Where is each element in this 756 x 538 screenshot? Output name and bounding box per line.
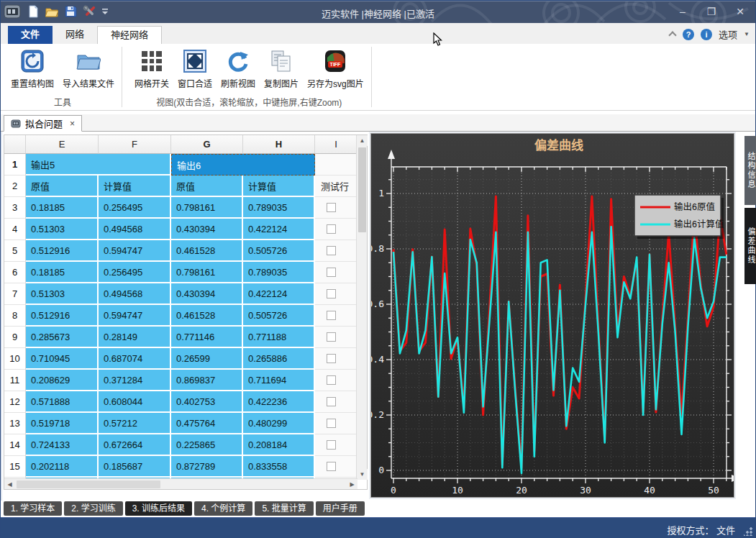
new-document-icon[interactable] — [27, 5, 40, 21]
document-tab[interactable]: 拟合问题 × — [4, 115, 82, 132]
scroll-up-icon[interactable]: ▲ — [357, 135, 368, 146]
data-cell[interactable]: 0.505726 — [243, 305, 315, 327]
row-number[interactable]: 10 — [4, 348, 26, 370]
data-cell[interactable]: 0.687074 — [99, 348, 171, 370]
ribbon-button-grid-toggle[interactable]: 网格开关 — [130, 47, 173, 91]
scroll-down-icon[interactable]: ▼ — [357, 469, 368, 480]
test-row-checkbox[interactable] — [327, 419, 336, 428]
close-button[interactable]: ✕ — [729, 4, 751, 19]
corner-header[interactable] — [4, 135, 26, 154]
test-row-header[interactable]: 测试行 — [315, 175, 357, 197]
row-number[interactable]: 6 — [4, 262, 26, 283]
data-cell[interactable]: 0.872789 — [171, 456, 243, 478]
ribbon-button-refresh-view[interactable]: 刷新视图 — [217, 47, 260, 91]
test-row-checkbox[interactable] — [327, 354, 336, 363]
vertical-scroll-thumb[interactable] — [358, 147, 366, 232]
data-cell[interactable]: 0.51303 — [26, 219, 99, 240]
data-cell[interactable]: 0.208184 — [243, 434, 315, 456]
test-row-checkbox[interactable] — [327, 311, 336, 320]
data-cell[interactable]: 0.461528 — [171, 240, 243, 262]
row-number[interactable]: 15 — [4, 456, 26, 478]
data-cell[interactable]: 0.505726 — [243, 240, 315, 262]
row-number[interactable]: 12 — [4, 391, 26, 413]
options-button[interactable]: 选项 — [719, 27, 737, 41]
bottom-tab-2[interactable]: 2. 学习训练 — [64, 501, 122, 516]
ribbon-button-fit-window[interactable]: 窗口合适 — [173, 47, 217, 91]
bottom-tab-3[interactable]: 3. 训练后结果 — [125, 501, 192, 516]
subheader-cell[interactable]: 计算值 — [243, 175, 315, 197]
data-cell[interactable]: 0.798161 — [171, 262, 243, 283]
scroll-right-icon[interactable]: ▶ — [347, 479, 357, 490]
close-document-icon[interactable]: × — [70, 119, 75, 129]
empty-cell[interactable] — [315, 154, 357, 175]
row-number[interactable]: 7 — [4, 283, 26, 305]
data-cell[interactable]: 0.402753 — [171, 391, 243, 413]
subheader-cell[interactable]: 原值 — [171, 175, 243, 197]
data-cell[interactable]: 0.26599 — [171, 348, 243, 370]
test-row-checkbox[interactable] — [327, 246, 336, 255]
collapse-ribbon-icon[interactable] — [669, 32, 676, 37]
subheader-cell[interactable]: 原值 — [26, 175, 99, 197]
data-cell[interactable]: 0.422236 — [243, 391, 315, 413]
column-header-F[interactable]: F — [99, 135, 171, 154]
ribbon-button-copy-image[interactable]: 复制图片 — [260, 47, 303, 91]
resize-grip[interactable] — [744, 527, 752, 536]
column-header-E[interactable]: E — [26, 135, 99, 154]
data-cell[interactable]: 0.724133 — [26, 434, 99, 456]
row-number[interactable]: 4 — [4, 219, 26, 240]
data-cell[interactable]: 0.494568 — [99, 283, 171, 305]
data-cell[interactable]: 0.265886 — [243, 348, 315, 370]
row-number[interactable]: 2 — [4, 175, 26, 197]
test-row-checkbox[interactable] — [327, 224, 336, 234]
scroll-left-icon[interactable]: ◀ — [4, 479, 15, 490]
data-cell[interactable]: 0.256495 — [99, 197, 171, 219]
data-cell[interactable]: 0.430394 — [171, 219, 243, 240]
data-cell[interactable]: 0.28149 — [99, 327, 171, 348]
data-cell[interactable]: 0.494568 — [99, 219, 171, 240]
bottom-tab-6[interactable]: 用户手册 — [316, 501, 365, 516]
help-icon[interactable]: ? — [683, 29, 694, 40]
data-cell[interactable]: 0.771188 — [243, 327, 315, 348]
data-cell[interactable]: 0.571888 — [26, 391, 99, 413]
data-cell[interactable]: 0.225865 — [171, 434, 243, 456]
ribbon-button-import-file[interactable]: 导入结果文件 — [58, 47, 119, 91]
column-header-I[interactable]: I — [315, 135, 357, 154]
row-number[interactable]: 5 — [4, 240, 26, 262]
test-row-checkbox[interactable] — [327, 332, 336, 342]
info-icon[interactable]: i — [701, 29, 712, 40]
ribbon-button-save-svg[interactable]: TIFF另存为svg图片 — [303, 47, 368, 91]
data-cell[interactable]: 0.461528 — [171, 305, 243, 327]
ribbon-tab-1[interactable]: 网络 — [53, 26, 97, 44]
data-cell[interactable]: 0.256495 — [99, 262, 171, 283]
test-row-checkbox[interactable] — [327, 268, 336, 277]
subheader-cell[interactable]: 计算值 — [99, 175, 171, 197]
data-cell[interactable]: 0.789035 — [243, 262, 315, 283]
data-cell[interactable]: 0.475764 — [171, 413, 243, 434]
data-cell[interactable]: 0.480299 — [243, 413, 315, 434]
test-row-checkbox[interactable] — [327, 462, 336, 471]
data-cell[interactable]: 0.202118 — [26, 456, 99, 478]
data-cell[interactable]: 0.869837 — [171, 370, 243, 391]
data-cell[interactable]: 0.18185 — [26, 197, 99, 219]
row-number[interactable]: 9 — [4, 327, 26, 348]
row-number[interactable]: 8 — [4, 305, 26, 327]
ribbon-tab-0[interactable]: 文件 — [8, 26, 53, 44]
test-row-checkbox[interactable] — [327, 203, 336, 212]
deviation-chart-panel[interactable]: 00.20.40.60.8101020304050偏差曲线输出6原值输出6计算值 — [370, 133, 734, 498]
data-cell[interactable]: 0.51303 — [26, 283, 99, 305]
data-cell[interactable]: 0.285673 — [26, 327, 99, 348]
data-cell[interactable]: 0.771146 — [171, 327, 243, 348]
bottom-tab-5[interactable]: 5. 批量计算 — [255, 501, 313, 516]
maximize-button[interactable]: ❐ — [701, 4, 722, 19]
data-cell[interactable]: 0.371284 — [99, 370, 171, 391]
horizontal-scrollbar[interactable]: ◀ ▶ — [4, 478, 357, 489]
row-number[interactable]: 1 — [4, 154, 26, 175]
test-row-checkbox[interactable] — [327, 375, 336, 385]
qat-dropdown-icon[interactable] — [101, 5, 109, 21]
bottom-tab-4[interactable]: 4. 个例计算 — [194, 501, 252, 516]
data-cell[interactable]: 0.422124 — [243, 283, 315, 305]
row-number[interactable]: 3 — [4, 197, 26, 219]
tools-icon[interactable] — [83, 5, 96, 21]
data-cell[interactable]: 0.672664 — [99, 434, 171, 456]
row-number[interactable]: 13 — [4, 413, 26, 434]
